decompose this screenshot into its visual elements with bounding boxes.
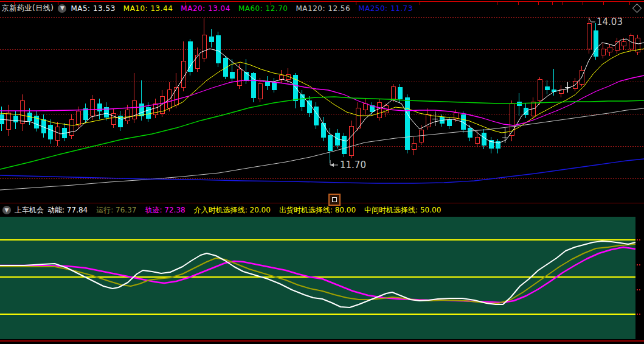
candle-up bbox=[363, 99, 367, 114]
candle-up bbox=[419, 125, 423, 145]
candle-down bbox=[370, 102, 374, 116]
ma-values: MA5: 13.53MA10: 13.44MA20: 13.04MA60: 12… bbox=[71, 4, 412, 13]
candle-up bbox=[559, 85, 563, 97]
ma-value-2: MA20: 13.04 bbox=[181, 4, 230, 13]
ma-value-5: MA250: 11.73 bbox=[358, 4, 413, 13]
candle-down bbox=[321, 117, 325, 141]
panel-separator bbox=[0, 203, 644, 203]
candle-down bbox=[209, 29, 213, 47]
candle-up bbox=[601, 43, 605, 58]
high-arrow bbox=[589, 18, 595, 22]
low-arrowhead bbox=[330, 163, 334, 167]
candle-up bbox=[615, 38, 619, 54]
bottom-border bbox=[0, 340, 644, 342]
candle-up bbox=[20, 94, 24, 131]
candle-up bbox=[174, 73, 178, 108]
candle-down bbox=[342, 133, 346, 157]
indicator-header: ▼ 上车机会 动能: 77.84运行: 76.37轨迹: 72.38介入时机选择… bbox=[0, 204, 644, 216]
candle-up bbox=[69, 114, 74, 139]
ma10-line bbox=[0, 49, 644, 133]
candle-down bbox=[104, 102, 108, 121]
candle-down bbox=[468, 125, 472, 141]
candle-down bbox=[118, 111, 122, 131]
indicator-value-4: 出货时机选择线: 80.00 bbox=[279, 205, 356, 216]
chevron-down-icon[interactable]: ▼ bbox=[2, 206, 11, 214]
candle-up bbox=[55, 122, 60, 146]
panel-splitter-inner bbox=[332, 197, 337, 202]
candle-up bbox=[587, 17, 591, 54]
high-price-label: 14.03 bbox=[597, 16, 623, 27]
candle-down bbox=[545, 80, 549, 94]
candle-doji bbox=[502, 128, 508, 143]
candle-up bbox=[202, 18, 206, 62]
stock-title: 京新药业(日线) bbox=[2, 3, 54, 13]
chevron-down-icon[interactable]: ▼ bbox=[58, 4, 66, 13]
candle-down bbox=[594, 23, 598, 60]
candle-up bbox=[349, 121, 353, 158]
indicator-value-0: 动能: 77.84 bbox=[47, 205, 88, 216]
candle-down bbox=[48, 119, 52, 144]
panel-splitter-icon[interactable] bbox=[328, 194, 341, 206]
indicator-title: 上车机会 bbox=[15, 205, 44, 216]
candle-up bbox=[538, 77, 542, 105]
ma-value-1: MA10: 13.44 bbox=[123, 4, 173, 13]
indicator-value-3: 介入时机选择线: 20.00 bbox=[194, 205, 271, 216]
title-bar: 京新药业(日线) ▼ MA5: 13.53MA10: 13.44MA20: 13… bbox=[0, 2, 644, 15]
indicator-value-5: 中间时机选择线: 50.00 bbox=[364, 205, 441, 216]
candle-up bbox=[580, 66, 584, 86]
candle-down bbox=[265, 76, 269, 90]
candle-down bbox=[496, 139, 500, 153]
ma-value-3: MA60: 12.70 bbox=[238, 4, 288, 13]
candle-down bbox=[0, 107, 4, 131]
ma-value-0: MA5: 13.53 bbox=[71, 4, 115, 13]
candle-up bbox=[510, 100, 514, 141]
candlestick-chart[interactable]: 14.0311.70 bbox=[0, 15, 644, 202]
ma20-line bbox=[0, 75, 644, 125]
low-price-label: 11.70 bbox=[340, 160, 366, 170]
low-arrow bbox=[330, 160, 338, 165]
candle-down bbox=[314, 102, 318, 129]
candle-down bbox=[272, 78, 276, 93]
ma250-line bbox=[0, 159, 644, 183]
candle-down bbox=[216, 32, 220, 67]
candle-up bbox=[279, 70, 283, 83]
candle-up bbox=[195, 47, 199, 72]
indicator-values: 动能: 77.84运行: 76.37轨迹: 72.38介入时机选择线: 20.0… bbox=[47, 205, 441, 216]
indicator-value-1: 运行: 76.37 bbox=[96, 205, 136, 216]
candle-doji bbox=[432, 111, 438, 126]
candle-down bbox=[83, 104, 88, 123]
indicator-value-2: 轨迹: 72.38 bbox=[145, 205, 185, 216]
candle-down bbox=[251, 72, 255, 102]
candle-down bbox=[447, 117, 451, 129]
candle-down bbox=[13, 111, 18, 129]
candle-up bbox=[167, 82, 171, 111]
candle-down bbox=[489, 137, 493, 153]
candle-down bbox=[517, 93, 521, 116]
ma-value-4: MA120: 12.56 bbox=[296, 4, 350, 13]
candle-down bbox=[223, 56, 227, 79]
candle-down bbox=[328, 128, 332, 163]
indicator-chart[interactable] bbox=[0, 217, 644, 340]
candle-down bbox=[307, 96, 311, 117]
candle-up bbox=[635, 35, 640, 55]
candle-up bbox=[181, 41, 185, 91]
candle-up bbox=[426, 108, 430, 130]
candle-down bbox=[139, 80, 144, 121]
candle-down bbox=[41, 114, 46, 138]
candle-up bbox=[608, 44, 612, 56]
candle-up bbox=[412, 137, 416, 155]
candle-down bbox=[405, 94, 409, 153]
candle-down bbox=[62, 123, 66, 141]
candle-down bbox=[188, 39, 192, 75]
